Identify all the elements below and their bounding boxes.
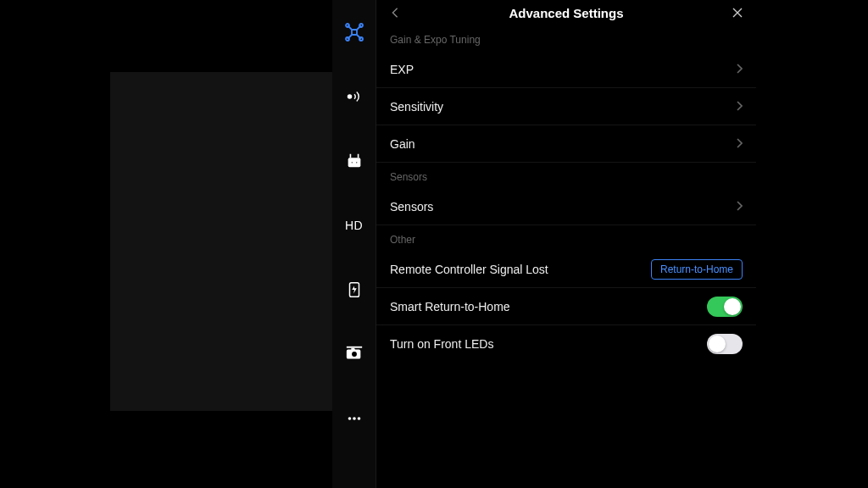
gimbal-tab-icon[interactable]: [342, 342, 366, 366]
svg-point-9: [350, 161, 353, 164]
more-tab-icon[interactable]: [342, 407, 366, 430]
settings-panel: Advanced Settings Gain & Expo Tuning EXP…: [376, 0, 756, 488]
row-label: Sensitivity: [390, 100, 443, 114]
hd-tab-icon[interactable]: HD: [342, 214, 366, 237]
signal-tab-icon[interactable]: [342, 85, 366, 108]
row-smart-rth: Smart Return-to-Home: [376, 288, 756, 325]
page-title: Advanced Settings: [509, 6, 623, 20]
smart-rth-toggle[interactable]: [707, 297, 743, 317]
row-signal-lost: Remote Controller Signal Lost Return-to-…: [376, 251, 756, 288]
svg-point-14: [348, 417, 351, 420]
svg-rect-13: [346, 347, 361, 348]
panel-header: Advanced Settings: [376, 0, 756, 25]
svg-point-12: [352, 352, 357, 357]
front-leds-toggle[interactable]: [707, 334, 743, 354]
settings-sidebar: HD: [332, 0, 376, 488]
signal-lost-action-button[interactable]: Return-to-Home: [651, 259, 743, 280]
chevron-right-icon: [736, 137, 743, 151]
row-label: Turn on Front LEDs: [390, 337, 493, 351]
svg-rect-8: [348, 158, 360, 167]
svg-point-10: [355, 161, 358, 164]
section-gain-expo-label: Gain & Expo Tuning: [376, 25, 756, 51]
battery-tab-icon[interactable]: [342, 278, 366, 302]
row-label: Remote Controller Signal Lost: [390, 263, 548, 276]
svg-point-15: [353, 417, 356, 420]
row-sensitivity[interactable]: Sensitivity: [376, 88, 756, 125]
row-label: Gain: [390, 137, 415, 151]
row-label: Sensors: [390, 200, 433, 214]
toggle-knob: [724, 298, 741, 315]
close-button[interactable]: [729, 4, 746, 21]
row-front-leds: Turn on Front LEDs: [376, 325, 756, 363]
background-preview: [110, 72, 332, 411]
controller-tab-icon[interactable]: [342, 149, 366, 173]
row-label: EXP: [390, 63, 414, 76]
chevron-right-icon: [736, 200, 743, 214]
hd-label: HD: [345, 219, 363, 232]
chevron-right-icon: [736, 100, 743, 114]
row-exp[interactable]: EXP: [376, 51, 756, 88]
toggle-knob: [709, 336, 726, 352]
svg-point-5: [347, 94, 352, 99]
row-sensors[interactable]: Sensors: [376, 188, 756, 225]
chevron-right-icon: [736, 63, 743, 76]
section-sensors-label: Sensors: [376, 163, 756, 188]
row-label: Smart Return-to-Home: [390, 300, 510, 313]
aircraft-tab-icon[interactable]: [342, 20, 366, 44]
row-gain[interactable]: Gain: [376, 125, 756, 163]
back-button[interactable]: [387, 4, 403, 21]
svg-point-16: [357, 417, 360, 420]
section-other-label: Other: [376, 225, 756, 251]
svg-rect-4: [352, 30, 357, 35]
